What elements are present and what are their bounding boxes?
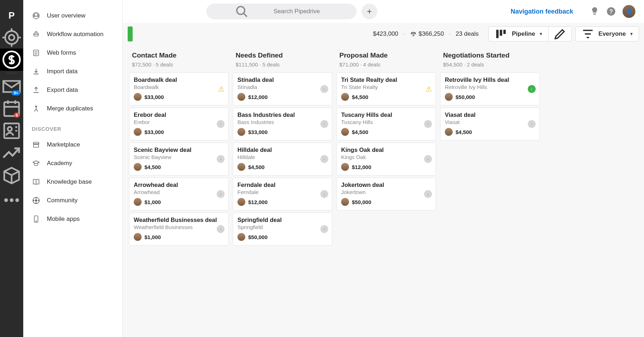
deal-card[interactable]: Retroville Ivy Hills deal Retroville Ivy… [440, 73, 540, 105]
status-next-icon: › [217, 120, 225, 128]
deal-card[interactable]: Scenic Bayview deal Scenic Bayview $4,50… [129, 143, 228, 175]
deal-card[interactable]: Stínadla deal Stínadla $12,000 › [233, 73, 332, 105]
stage-title: Proposal Made [339, 51, 433, 59]
user-avatar[interactable]: 👤 [623, 5, 635, 18]
deal-card[interactable]: Viasat deal Viasat $4,500 › [440, 108, 540, 140]
rail-leads[interactable] [0, 26, 23, 49]
help-icon[interactable]: ? [606, 6, 616, 16]
status-next-icon: › [320, 190, 328, 198]
user-icon [32, 11, 40, 20]
svg-point-6 [4, 198, 8, 202]
svg-point-8 [15, 198, 19, 202]
rail-deals[interactable] [0, 49, 23, 71]
status-next-icon: › [424, 155, 432, 163]
deal-title: Ferndale deal [237, 182, 328, 188]
deal-card[interactable]: Ferndale deal Ferndale $12,000 › [233, 178, 332, 210]
rail-divider [6, 73, 17, 73]
nav-feedback-link[interactable]: Navigation feedback [511, 8, 573, 15]
chevron-down-icon: ▼ [629, 31, 634, 36]
deal-value: $4,500 [352, 129, 368, 135]
toolbar: $423,000 · $366,250 · 23 deals Pipeline … [123, 23, 644, 45]
svg-point-22 [36, 221, 36, 222]
owner-avatar [445, 93, 453, 101]
menu-marketplace[interactable]: Marketplace [23, 135, 122, 154]
search-input[interactable] [274, 8, 349, 15]
rail-calendar[interactable]: 6 [0, 98, 23, 120]
cal-badge: 6 [14, 113, 20, 118]
deal-card[interactable]: Tuscany Hills deal Tuscany Hills $4,500 … [336, 108, 436, 140]
svg-point-5 [8, 127, 12, 131]
svg-point-20 [38, 200, 39, 201]
deal-org: Jokertown [341, 189, 431, 195]
toolbar-stats: $423,000 · $366,250 · 23 deals [373, 30, 479, 38]
assistant-icon[interactable] [590, 6, 600, 16]
menu-workflow[interactable]: Workflow automation [23, 25, 122, 44]
menu-label: Academy [47, 160, 72, 167]
deal-card[interactable]: Tri State Realty deal Tri State Realty $… [336, 73, 436, 105]
warning-icon: ⚠ [426, 85, 432, 93]
menu-community[interactable]: Community [23, 191, 122, 210]
owner-avatar [237, 93, 245, 101]
status-done-icon: › [528, 85, 536, 93]
stage-title: Needs Defined [236, 51, 329, 59]
menu-label: Knowledge base [47, 178, 92, 185]
deal-card[interactable]: Erebor deal Erebor $33,000 › [129, 108, 228, 140]
rail-mail[interactable]: 9+ [0, 75, 23, 98]
menu-merge[interactable]: Merge duplicates [23, 99, 122, 118]
deal-card[interactable]: Hilldale deal Hilldale $4,500 › [233, 143, 332, 175]
add-button[interactable]: + [362, 4, 377, 19]
rail-insights[interactable] [0, 142, 23, 164]
edit-pipeline-button[interactable] [549, 26, 572, 41]
pipeline-dropdown[interactable]: Pipeline ▼ [488, 26, 548, 41]
rail-more[interactable] [0, 189, 23, 211]
svg-point-19 [33, 200, 34, 201]
deal-org: Hilldale [237, 154, 328, 160]
deal-value: $12,000 [248, 199, 267, 205]
menu-academy[interactable]: Academy [23, 154, 122, 173]
stage-title: Negotiations Started [443, 51, 537, 59]
deal-value: $4,500 [248, 164, 265, 170]
deal-title: Stínadla deal [237, 76, 328, 83]
rail-products[interactable] [0, 164, 23, 186]
menu-export[interactable]: Export data [23, 81, 122, 99]
add-deal-button[interactable] [128, 26, 133, 41]
menu-webforms[interactable]: Web forms [23, 44, 122, 62]
filter-dropdown[interactable]: Everyone ▼ [575, 26, 639, 41]
deal-title: Kings Oak deal [341, 147, 431, 153]
deal-card[interactable]: Kings Oak deal Kings Oak $12,000 › [336, 143, 436, 175]
pipeline-stage: Needs Defined $111,500·5 deals Stínadla … [231, 49, 334, 330]
menu-import[interactable]: Import data [23, 62, 122, 81]
status-next-icon: › [320, 85, 328, 93]
menu-user-overview[interactable]: User overview [23, 6, 122, 25]
search-box[interactable] [206, 4, 357, 19]
deal-org: Retroville Ivy Hills [445, 84, 535, 90]
deal-card[interactable]: Arrowhead deal Arrowhead $1,000 › [129, 178, 228, 210]
deal-card[interactable]: Boardwalk deal Boardwalk $33,000 ⚠ [129, 73, 228, 105]
deal-title: Tri State Realty deal [341, 76, 431, 83]
deal-card[interactable]: Jokertown deal Jokertown $50,000 › [336, 178, 436, 210]
status-next-icon: › [424, 190, 432, 198]
stage-header[interactable]: Negotiations Started $54,500·2 deals [440, 49, 540, 73]
deal-value: $50,000 [456, 94, 475, 100]
rail-contacts[interactable] [0, 120, 23, 142]
store-icon [32, 140, 40, 149]
chevron-down-icon: ▼ [539, 31, 543, 36]
menu-label: Web forms [47, 49, 76, 56]
community-icon [32, 196, 40, 205]
menu-knowledge[interactable]: Knowledge base [23, 173, 122, 191]
deal-value: $33,000 [144, 94, 164, 100]
stage-header[interactable]: Proposal Made $71,000·4 deals [336, 49, 436, 73]
stage-header[interactable]: Needs Defined $111,500·5 deals [233, 49, 332, 73]
logo-icon[interactable]: P [0, 4, 23, 26]
status-next-icon: › [217, 225, 225, 233]
menu-label: Import data [47, 68, 78, 75]
deal-card[interactable]: Bass Industries deal Bass Industries $33… [233, 108, 332, 140]
deal-card[interactable]: Weatherfield Businesses deal Weatherfiel… [129, 213, 228, 246]
deal-value: $4,500 [144, 164, 161, 170]
stage-summary: $111,500·5 deals [236, 61, 329, 68]
stage-header[interactable]: Contact Made $72,500·5 deals [129, 49, 228, 73]
export-icon [32, 86, 40, 94]
deal-card[interactable]: Springfield deal Springfield $50,000 › [233, 213, 332, 246]
more-icon [0, 189, 23, 211]
menu-mobile[interactable]: Mobile apps [23, 210, 122, 228]
